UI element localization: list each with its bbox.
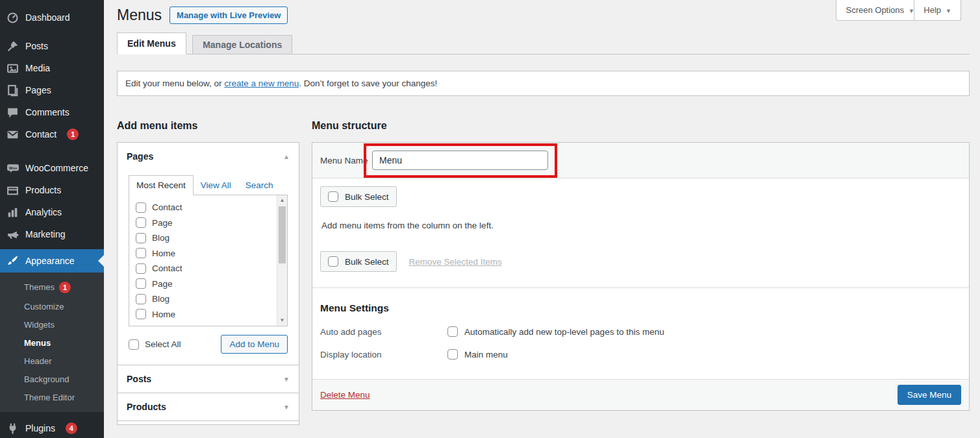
sidebar-item-products[interactable]: Products (0, 179, 104, 201)
sidebar-item-appearance[interactable]: Appearance (0, 249, 104, 273)
sidebar-item-label: Products (25, 185, 61, 195)
page-checkbox-row[interactable]: Blog (136, 291, 271, 307)
posts-accordion-header[interactable]: Posts ▼ (118, 365, 299, 393)
sidebar-item-label: Contact (25, 129, 57, 140)
pages-filter-tabs: Most Recent View All Search (129, 175, 288, 195)
bulk-select-checkbox[interactable] (328, 191, 338, 202)
scrollbar-thumb[interactable] (279, 206, 286, 263)
sidebar-item-pages[interactable]: Pages (0, 79, 104, 101)
media-icon (6, 62, 19, 75)
menu-editor-card: Menu Name Bulk Select Add menu items fro… (312, 142, 970, 411)
products-section: Products ▼ (118, 393, 299, 420)
checkbox[interactable] (136, 294, 146, 304)
checkbox[interactable] (136, 263, 146, 274)
chevron-down-icon: ▼ (946, 8, 951, 14)
select-all-control[interactable]: Select All (129, 339, 181, 350)
auto-add-pages-label: Auto add pages (320, 327, 447, 337)
bar-chart-icon (6, 206, 19, 219)
page-checkbox-row[interactable]: Blog (136, 230, 271, 246)
chevron-down-icon: ▼ (283, 404, 290, 411)
page-checkbox-row[interactable]: Contact (136, 261, 271, 276)
submenu-item-themes[interactable]: Themes1 (0, 277, 104, 297)
help-button[interactable]: Help▼ (914, 0, 961, 21)
tab-search[interactable]: Search (238, 176, 281, 195)
checkbox[interactable] (136, 278, 146, 289)
sidebar-item-dashboard[interactable]: Dashboard (0, 6, 104, 29)
megaphone-icon (6, 228, 19, 241)
products-accordion-header[interactable]: Products ▼ (118, 393, 299, 420)
sidebar-item-label: WooCommerce (25, 163, 88, 173)
page-title: Menus (117, 6, 162, 24)
checkbox[interactable] (136, 217, 146, 228)
pages-section: Pages ▲ Most Recent View All Search Cont… (118, 143, 299, 365)
plug-icon (6, 422, 19, 435)
chevron-up-icon: ▲ (283, 153, 290, 160)
save-menu-button[interactable]: Save Menu (898, 385, 961, 405)
sidebar-item-label: Comments (25, 107, 69, 117)
delete-menu-link[interactable]: Delete Menu (320, 390, 370, 400)
page-checkbox-row[interactable]: Home (136, 246, 271, 262)
tab-manage-locations[interactable]: Manage Locations (192, 35, 292, 55)
submenu-item-header[interactable]: Header (0, 352, 104, 370)
auto-add-pages-checkbox[interactable] (447, 326, 458, 337)
screen-options-button[interactable]: Screen Options▼ (836, 0, 924, 21)
page-checkbox-row[interactable]: Page (136, 215, 271, 231)
menu-structure-heading: Menu structure (312, 120, 970, 132)
remove-selected-items-link[interactable]: Remove Selected Items (409, 257, 502, 267)
sidebar-item-marketing[interactable]: Marketing (0, 223, 104, 245)
themes-count-badge: 1 (59, 282, 71, 293)
bulk-select-button-bottom[interactable]: Bulk Select (320, 251, 397, 272)
admin-sidebar: Dashboard Posts Media Pages Comments Con… (0, 0, 104, 438)
submenu-item-background[interactable]: Background (0, 370, 104, 388)
pages-accordion-header[interactable]: Pages ▲ (118, 143, 299, 170)
plugins-count-badge: 4 (66, 422, 77, 434)
display-location-option[interactable]: Main menu (447, 349, 508, 359)
bulk-select-button[interactable]: Bulk Select (320, 186, 397, 207)
tab-most-recent[interactable]: Most Recent (129, 175, 194, 195)
checkbox[interactable] (136, 248, 146, 258)
checkbox[interactable] (136, 202, 146, 213)
page-checkbox-row[interactable]: Home (136, 307, 271, 322)
empty-menu-text: Add menu items from the column on the le… (321, 221, 961, 230)
list-scrollbar[interactable]: ▲ ▼ (277, 195, 287, 326)
submenu-item-customize[interactable]: Customize (0, 297, 104, 315)
sidebar-item-comments[interactable]: Comments (0, 101, 104, 123)
submenu-item-menus[interactable]: Menus (0, 334, 104, 352)
tab-view-all[interactable]: View All (194, 176, 238, 195)
contact-count-badge: 1 (67, 128, 79, 140)
submenu-item-widgets[interactable]: Widgets (0, 315, 104, 334)
comment-icon (6, 106, 19, 119)
menu-name-label: Menu Name (320, 156, 372, 165)
publishing-actions: Delete Menu Save Menu (312, 379, 969, 410)
auto-add-pages-option[interactable]: Automatically add new top-level pages to… (447, 326, 664, 337)
add-to-menu-button[interactable]: Add to Menu (221, 335, 288, 354)
menu-name-input[interactable] (372, 151, 548, 170)
select-all-checkbox[interactable] (129, 339, 139, 350)
submenu-item-theme-editor[interactable]: Theme Editor (0, 388, 104, 406)
manage-live-preview-button[interactable]: Manage with Live Preview (170, 6, 288, 24)
scroll-down-icon[interactable]: ▼ (277, 315, 287, 326)
paintbrush-icon (6, 255, 19, 267)
menu-settings-heading: Menu Settings (320, 302, 961, 314)
bulk-select-checkbox[interactable] (328, 256, 338, 267)
woocommerce-icon: Woo (6, 162, 19, 175)
sidebar-item-analytics[interactable]: Analytics (0, 201, 104, 223)
main-menu-checkbox[interactable] (447, 349, 458, 359)
tab-edit-menus[interactable]: Edit Menus (117, 32, 186, 55)
sidebar-item-plugins[interactable]: Plugins 4 (0, 417, 104, 438)
checkbox[interactable] (136, 309, 146, 319)
sidebar-item-label: Analytics (25, 207, 62, 217)
page-checkbox-row[interactable]: Contact (136, 200, 271, 215)
page-checkbox-row[interactable]: Page (136, 276, 271, 292)
checkbox[interactable] (136, 233, 146, 243)
sidebar-item-woocommerce[interactable]: Woo WooCommerce (0, 157, 104, 179)
display-location-label: Display location (320, 350, 447, 359)
sidebar-item-contact[interactable]: Contact 1 (0, 123, 104, 145)
sidebar-item-media[interactable]: Media (0, 57, 104, 79)
pushpin-icon (6, 40, 19, 53)
edit-menu-notice: Edit your menu below, or create a new me… (117, 71, 970, 96)
add-items-accordion: Pages ▲ Most Recent View All Search Cont… (117, 142, 299, 425)
create-new-menu-link[interactable]: create a new menu (224, 79, 299, 88)
scroll-up-icon[interactable]: ▲ (277, 195, 287, 206)
sidebar-item-posts[interactable]: Posts (0, 35, 104, 57)
